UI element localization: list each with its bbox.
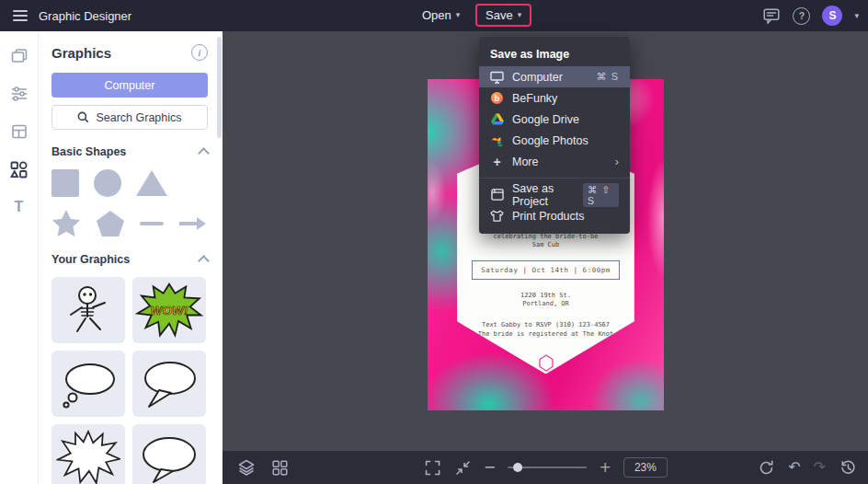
menu-item-label: BeFunky bbox=[512, 92, 557, 105]
app-title: Graphic Designer bbox=[39, 9, 131, 23]
photos-icon bbox=[10, 47, 29, 65]
shape-circle[interactable] bbox=[94, 169, 121, 197]
shape-star[interactable] bbox=[51, 209, 81, 237]
topbar: Graphic Designer Open ▾ Save ▾ ? S ▾ bbox=[0, 0, 868, 31]
menu-divider bbox=[479, 178, 630, 179]
shape-square[interactable] bbox=[51, 169, 79, 197]
panel-header: Graphics i bbox=[51, 44, 208, 61]
wow-text: WOW! bbox=[151, 304, 188, 317]
zoom-controls: − + 23% bbox=[423, 457, 668, 478]
graphic-oval-bubble[interactable] bbox=[132, 424, 206, 484]
befunky-glyph: b bbox=[495, 94, 500, 103]
graphic-thought-bubble[interactable] bbox=[51, 351, 125, 417]
fit-to-screen-icon[interactable] bbox=[453, 458, 472, 477]
search-graphics-button[interactable]: Search Graphics bbox=[51, 105, 208, 130]
refresh-icon[interactable] bbox=[757, 458, 775, 477]
graphic-designer-app: Graphic Designer Open ▾ Save ▾ ? S ▾ bbox=[0, 0, 868, 484]
invite-line: 1220 19th St. bbox=[520, 292, 571, 301]
menu-item-save-as-project[interactable]: Save as Project ⌘ ⇧ S bbox=[479, 184, 630, 205]
help-glyph: ? bbox=[799, 10, 805, 21]
shape-pentagon[interactable] bbox=[96, 210, 125, 237]
basic-shapes-title: Basic Shapes bbox=[51, 145, 126, 158]
info-glyph: i bbox=[199, 48, 201, 58]
computer-upload-button[interactable]: Computer bbox=[51, 73, 208, 98]
speech-bubble-icon bbox=[139, 357, 200, 410]
project-icon bbox=[490, 188, 504, 202]
undo-icon[interactable]: ↶ bbox=[788, 460, 800, 475]
hamburger-menu-icon[interactable] bbox=[13, 10, 28, 21]
invite-date-box: Saturday | Oct 14th | 6:00pm bbox=[472, 260, 619, 280]
chevron-down-icon: ▾ bbox=[518, 11, 522, 19]
save-dropdown-menu: Save as Image Computer ⌘ S b BeFunky Goo… bbox=[479, 37, 630, 234]
collapse-chevron-icon bbox=[198, 255, 210, 267]
tshirt-icon bbox=[490, 209, 504, 223]
menu-item-label: Google Drive bbox=[512, 113, 579, 126]
shape-arrow[interactable] bbox=[178, 217, 206, 230]
feedback-icon[interactable] bbox=[762, 6, 781, 25]
befunky-icon: b bbox=[490, 91, 504, 105]
rail-item-text[interactable]: T bbox=[9, 197, 29, 217]
menu-item-google-photos[interactable]: Google Photos bbox=[479, 130, 630, 151]
zoom-slider[interactable] bbox=[508, 467, 587, 468]
shape-line[interactable] bbox=[140, 222, 164, 225]
text-tool-icon: T bbox=[15, 200, 24, 214]
graphic-burst-shape[interactable] bbox=[51, 424, 125, 484]
menu-item-computer[interactable]: Computer ⌘ S bbox=[479, 66, 630, 87]
open-button-label: Open bbox=[422, 8, 451, 22]
basic-shapes-section-header[interactable]: Basic Shapes bbox=[51, 145, 208, 158]
search-icon bbox=[77, 111, 89, 123]
submenu-arrow-icon: › bbox=[615, 155, 619, 168]
menu-item-more[interactable]: + More › bbox=[479, 151, 630, 172]
history-icon[interactable] bbox=[839, 458, 857, 477]
zoom-level-badge[interactable]: 23% bbox=[623, 457, 668, 478]
graphic-speech-bubble[interactable] bbox=[132, 351, 206, 417]
graphics-panel: Graphics i Computer Search Graphics Basi… bbox=[39, 31, 223, 484]
oval-bubble-icon bbox=[139, 431, 200, 484]
menu-item-label: Save as Project bbox=[512, 182, 575, 208]
menu-item-label: Computer bbox=[512, 71, 563, 84]
graphics-icon bbox=[9, 160, 29, 179]
panel-scrollbar[interactable] bbox=[217, 37, 222, 138]
invite-line: Portland, OR bbox=[520, 300, 571, 309]
fullscreen-icon[interactable] bbox=[423, 458, 441, 477]
zoom-out-button[interactable]: − bbox=[484, 460, 496, 475]
save-button-highlight: Save ▾ bbox=[475, 4, 531, 27]
wow-burst-icon: WOW! bbox=[135, 282, 203, 339]
layers-icon[interactable] bbox=[237, 458, 256, 477]
invite-line: Sam Cub bbox=[494, 241, 599, 249]
open-button[interactable]: Open ▾ bbox=[422, 8, 460, 22]
rail-item-photos[interactable] bbox=[9, 46, 29, 66]
account-chevron-down-icon[interactable]: ▾ bbox=[854, 12, 859, 20]
chevron-down-icon: ▾ bbox=[456, 11, 461, 19]
graphic-skeleton-sticker[interactable] bbox=[51, 277, 125, 343]
skeleton-icon bbox=[60, 283, 117, 337]
plus-icon: + bbox=[490, 155, 504, 168]
invite-line: Text Gabby to RSVP (310) 123-4567 bbox=[478, 321, 614, 330]
computer-icon bbox=[490, 70, 504, 84]
rail-item-templates[interactable] bbox=[9, 121, 29, 142]
adjustments-icon bbox=[10, 85, 29, 103]
info-icon[interactable]: i bbox=[191, 44, 208, 61]
zoom-in-button[interactable]: + bbox=[599, 460, 611, 475]
avatar[interactable]: S bbox=[822, 6, 842, 26]
shape-triangle[interactable] bbox=[136, 170, 167, 196]
help-icon[interactable]: ? bbox=[793, 7, 810, 25]
your-graphics-section-header[interactable]: Your Graphics bbox=[51, 253, 208, 266]
invite-rsvp: Text Gabby to RSVP (310) 123-4567 The br… bbox=[478, 321, 614, 340]
rail-item-graphics[interactable] bbox=[9, 159, 29, 179]
invite-address: 1220 19th St. Portland, OR bbox=[520, 292, 571, 310]
rail-item-edit[interactable] bbox=[9, 84, 29, 104]
topbar-left: Graphic Designer bbox=[0, 0, 131, 31]
menu-item-label: Google Photos bbox=[512, 134, 588, 147]
templates-icon bbox=[10, 122, 29, 141]
invite-line: The bride is registered at The Knot bbox=[478, 330, 614, 340]
menu-item-google-drive[interactable]: Google Drive bbox=[479, 109, 630, 130]
save-button[interactable]: Save ▾ bbox=[485, 8, 521, 22]
avatar-initial: S bbox=[828, 9, 836, 22]
google-drive-icon bbox=[490, 112, 504, 126]
pages-grid-icon[interactable] bbox=[270, 458, 289, 477]
menu-item-befunky[interactable]: b BeFunky bbox=[479, 87, 630, 109]
zoom-slider-knob[interactable] bbox=[513, 463, 522, 472]
menu-item-print-products[interactable]: Print Products bbox=[479, 205, 630, 226]
graphic-wow-sticker[interactable]: WOW! bbox=[132, 277, 206, 343]
